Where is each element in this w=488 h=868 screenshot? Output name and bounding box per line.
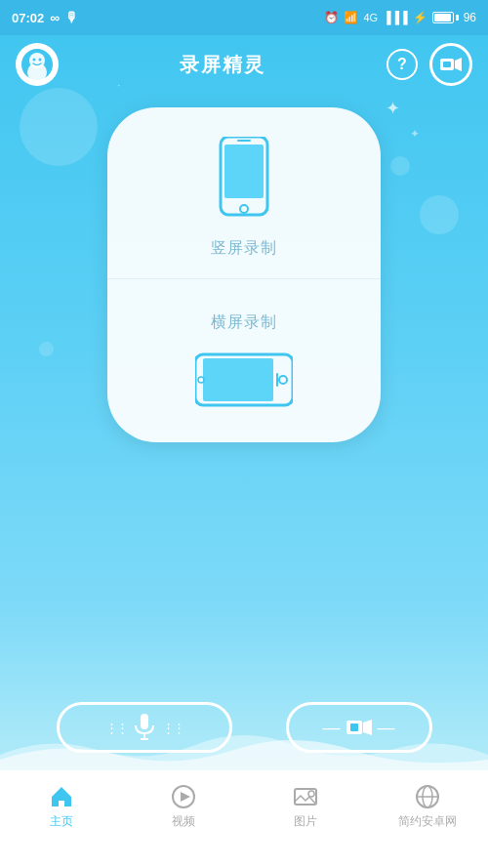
home-icon bbox=[49, 784, 74, 809]
dash-left-icon: — bbox=[323, 718, 341, 738]
nav-label-home: 主页 bbox=[50, 813, 73, 830]
portrait-section[interactable]: 竖屏录制 bbox=[107, 107, 381, 279]
bubble-decor-4 bbox=[39, 342, 54, 356]
portrait-label: 竖屏录制 bbox=[211, 238, 277, 259]
status-bar-right: ⏰ 📶 4G ▐▐▐ ⚡ 96 bbox=[324, 11, 476, 24]
status-time: 07:02 bbox=[12, 11, 44, 25]
svg-rect-22 bbox=[350, 723, 358, 731]
app-logo[interactable] bbox=[16, 43, 59, 86]
star-decor-2: ✦ bbox=[410, 127, 420, 141]
status-signal-infinity: ∞ bbox=[50, 10, 60, 25]
bubble-decor-1 bbox=[20, 88, 98, 166]
header: 录屏精灵 ? bbox=[0, 35, 488, 94]
status-bar: 07:02 ∞ 🎙 ⏰ 📶 4G ▐▐▐ ⚡ 96 bbox=[0, 0, 488, 35]
bottom-navigation: 主页 视频 图片 简约安卓网 bbox=[0, 770, 488, 868]
dash-right-icon: — bbox=[378, 718, 395, 738]
phone-landscape-icon bbox=[195, 347, 293, 413]
signal-icon: 4G bbox=[363, 12, 378, 23]
question-icon: ? bbox=[397, 56, 407, 73]
nav-item-more[interactable]: 简约安卓网 bbox=[366, 780, 488, 830]
svg-rect-17 bbox=[141, 714, 148, 729]
bubble-decor-3 bbox=[390, 156, 410, 176]
app-title: 录屏精灵 bbox=[180, 52, 265, 78]
charging-icon: ⚡ bbox=[413, 11, 427, 24]
play-icon bbox=[346, 718, 372, 737]
svg-marker-6 bbox=[455, 58, 462, 71]
landscape-section[interactable]: 横屏录制 bbox=[107, 279, 381, 442]
website-icon bbox=[415, 784, 440, 809]
nav-item-photos[interactable]: 图片 bbox=[244, 780, 366, 830]
svg-point-4 bbox=[39, 59, 42, 62]
play-record-button[interactable]: — — bbox=[286, 702, 432, 753]
svg-point-3 bbox=[33, 59, 36, 62]
battery-level: 96 bbox=[464, 11, 476, 24]
wave-left-icon: ⋮⋮ bbox=[105, 721, 127, 735]
status-voicemail: 🎙 bbox=[65, 10, 79, 25]
record-header-button[interactable] bbox=[429, 43, 472, 86]
help-button[interactable]: ? bbox=[386, 49, 418, 80]
alarm-icon: ⏰ bbox=[324, 11, 339, 24]
header-actions: ? bbox=[386, 43, 472, 86]
svg-marker-21 bbox=[363, 720, 372, 735]
video-icon bbox=[171, 784, 196, 809]
svg-marker-24 bbox=[181, 792, 190, 802]
nav-item-videos[interactable]: 视频 bbox=[122, 780, 244, 830]
svg-rect-7 bbox=[443, 62, 451, 67]
logo-icon bbox=[20, 47, 55, 82]
svg-rect-9 bbox=[224, 145, 264, 198]
star-decor-1: ✦ bbox=[386, 98, 400, 119]
video-camera-icon bbox=[440, 57, 462, 72]
mic-icon bbox=[133, 714, 156, 741]
phone-portrait-icon bbox=[213, 137, 275, 225]
bottom-controls: ⋮⋮ ⋮⋮ — — bbox=[0, 702, 488, 753]
photo-icon bbox=[293, 784, 318, 809]
bubble-decor-2 bbox=[420, 195, 459, 234]
nav-label-photos: 图片 bbox=[294, 813, 317, 830]
svg-point-14 bbox=[279, 376, 287, 384]
nav-item-home[interactable]: 主页 bbox=[0, 780, 122, 830]
status-bar-left: 07:02 ∞ 🎙 bbox=[12, 10, 79, 25]
svg-point-26 bbox=[308, 791, 314, 797]
main-card: 竖屏录制 横屏录制 bbox=[107, 107, 381, 442]
microphone-button[interactable]: ⋮⋮ ⋮⋮ bbox=[57, 702, 232, 753]
wifi-icon: 📶 bbox=[344, 11, 358, 24]
landscape-label: 横屏录制 bbox=[211, 312, 277, 333]
nav-label-more: 简约安卓网 bbox=[398, 813, 457, 830]
svg-rect-13 bbox=[203, 358, 273, 401]
battery-indicator bbox=[432, 12, 459, 23]
signal-bars: ▐▐▐ bbox=[383, 11, 408, 24]
svg-point-10 bbox=[240, 205, 248, 213]
wave-right-icon: ⋮⋮ bbox=[162, 721, 183, 735]
nav-label-videos: 视频 bbox=[172, 813, 195, 830]
